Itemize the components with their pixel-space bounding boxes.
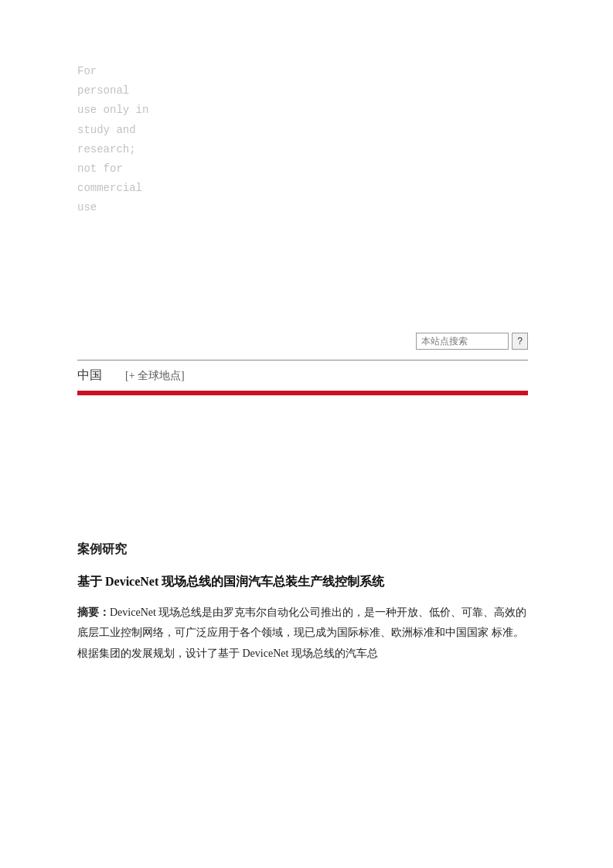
watermark-line: personal <box>77 81 148 101</box>
article-title: 基于 DeviceNet 现场总线的国润汽车总装生产线控制系统 <box>77 572 528 592</box>
nav-item-global[interactable]: [+ 全球地点] <box>125 369 185 383</box>
watermark-line: commercial <box>77 179 148 198</box>
nav-item-china[interactable]: 中国 <box>77 367 102 384</box>
search-button[interactable]: ? <box>512 333 528 350</box>
section-title: 案例研究 <box>77 542 528 558</box>
watermark-line: research; <box>77 140 148 159</box>
watermark-line: study and <box>77 121 148 140</box>
nav-divider <box>77 360 528 361</box>
nav-underline-bar <box>77 391 528 395</box>
abstract-block: 摘要：DeviceNet 现场总线是由罗克韦尔自动化公司推出的，是一种开放、低价… <box>77 603 528 665</box>
main-content: 案例研究 基于 DeviceNet 现场总线的国润汽车总装生产线控制系统 摘要：… <box>77 542 528 664</box>
watermark-line: use only in <box>77 101 148 120</box>
watermark-line: use <box>77 198 148 217</box>
watermark: (function() { const data = JSON.parse(do… <box>77 62 148 218</box>
watermark-line: not for <box>77 159 148 179</box>
abstract-text: DeviceNet 现场总线是由罗克韦尔自动化公司推出的，是一种开放、低价、可靠… <box>77 607 526 659</box>
abstract-label: 摘要： <box>77 607 110 618</box>
search-input[interactable] <box>416 333 509 350</box>
nav-bar: 中国 [+ 全球地点] <box>77 367 528 384</box>
search-bar: ? <box>416 333 528 350</box>
watermark-line: For <box>77 62 148 81</box>
